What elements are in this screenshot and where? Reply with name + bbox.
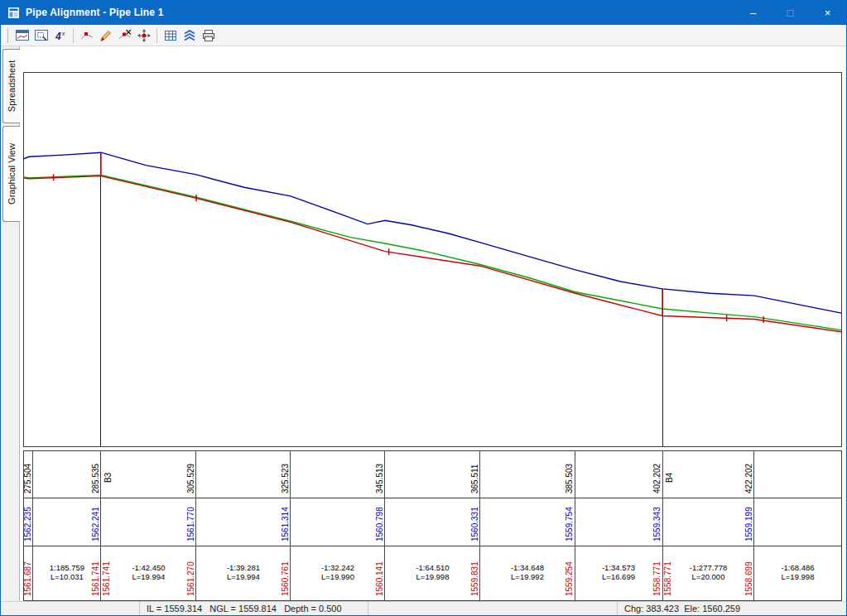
il-value-out: 1558.771 xyxy=(663,561,672,596)
minimize-button[interactable]: – xyxy=(734,0,772,25)
toolbar-separator xyxy=(73,28,74,43)
il-value: 1558.699 xyxy=(744,561,753,596)
il-value: 1561.687 xyxy=(23,561,32,596)
toolbar-separator xyxy=(156,28,157,43)
profile-chart[interactable]: 275.5041562.2351561.687285.535B31562.241… xyxy=(20,46,846,601)
il-value-in: 1558.771 xyxy=(652,561,662,596)
layers-icon xyxy=(182,28,197,43)
tab-graphical-view[interactable]: Graphical View xyxy=(2,126,20,222)
content-area: Spreadsheet Graphical View 275.5041562.2… xyxy=(1,46,846,601)
il-value-in: 1561.741 xyxy=(91,561,100,596)
app-icon xyxy=(7,6,21,19)
segment-gradient: -1:34.573 xyxy=(602,563,635,572)
manhole-label: B4 xyxy=(665,472,674,483)
segment-gradient: -1:68.486 xyxy=(781,563,814,572)
toolbar-grip[interactable] xyxy=(4,28,8,43)
zoom-window-icon xyxy=(34,28,49,43)
view-tabstrip: Spreadsheet Graphical View xyxy=(1,46,20,601)
il-value: 1559.831 xyxy=(470,561,479,596)
graphical-view-panel: 275.5041562.2351561.687285.535B31562.241… xyxy=(20,46,846,601)
svg-text:x: x xyxy=(60,29,65,36)
tab-spreadsheet-label: Spreadsheet xyxy=(7,60,17,112)
grid-icon xyxy=(163,28,178,43)
ngl-value: 1560.331 xyxy=(470,507,479,541)
move-node-icon xyxy=(137,28,152,43)
edit-node-button[interactable] xyxy=(96,26,115,45)
segment-gradient: -1:39.281 xyxy=(227,563,260,572)
edit-node-icon xyxy=(99,28,113,43)
delete-node-icon xyxy=(118,28,132,43)
il-value: 1561.270 xyxy=(186,561,195,596)
chainage-value: 285.535 xyxy=(91,463,100,493)
chainage-value: 422.202 xyxy=(744,463,753,493)
chainage-value: 365.511 xyxy=(470,464,479,493)
segment-length: L=19.992 xyxy=(511,572,544,581)
segment-gradient: -1:34.648 xyxy=(511,563,544,572)
segment-gradient: -1:64.510 xyxy=(416,563,449,572)
chainage-value: 275.504 xyxy=(23,463,32,493)
segment-length: L=20.000 xyxy=(692,572,725,581)
ngl-value: 1559.343 xyxy=(652,507,662,541)
chainage-value: 345.513 xyxy=(375,463,384,493)
segment-length: L=16.699 xyxy=(602,572,635,581)
chainage-value: 325.523 xyxy=(281,463,290,493)
segment-gradient: -1:32.242 xyxy=(321,563,354,572)
segment-length: L=10.031 xyxy=(51,572,84,581)
print-button[interactable] xyxy=(199,26,218,45)
window-title: Pipe Alignment - Pipe Line 1 xyxy=(26,7,734,18)
segment-length: L=19.994 xyxy=(227,572,260,581)
zoom-window-button[interactable] xyxy=(31,26,51,45)
formula-4x-button[interactable]: 4x xyxy=(51,26,70,45)
svg-text:4: 4 xyxy=(55,30,61,41)
maximize-button[interactable]: □ xyxy=(772,0,809,25)
ngl-value: 1561.770 xyxy=(186,507,195,541)
chainage-value: 402.202 xyxy=(652,463,662,493)
chainage-value: 385.503 xyxy=(565,463,574,493)
segment-length: L=19.994 xyxy=(132,572,166,581)
manhole-label: B3 xyxy=(103,472,113,483)
chainage-value: 305.529 xyxy=(186,463,195,493)
il-value: 1559.254 xyxy=(565,561,574,596)
segment-length: L=19.998 xyxy=(782,572,815,581)
ngl-value: 1561.314 xyxy=(281,507,290,541)
segment-length: L=19.990 xyxy=(321,572,354,581)
segment-gradient: 1:185.759 xyxy=(50,563,84,572)
close-button[interactable]: × xyxy=(809,0,846,25)
il-value: 1560.761 xyxy=(281,561,290,596)
insert-node-icon xyxy=(79,28,94,43)
segment-length: L=19.998 xyxy=(416,572,450,581)
grid-button[interactable] xyxy=(161,26,180,45)
status-panel-blank xyxy=(1,602,140,615)
segment-gradient: -1:42.450 xyxy=(132,563,165,572)
tab-graphical-view-label: Graphical View xyxy=(7,143,17,205)
ngl-value: 1559.754 xyxy=(565,507,574,541)
ngl-value: 1562.241 xyxy=(91,507,100,541)
segment-gradient: -1:277.778 xyxy=(690,563,727,572)
layers-button[interactable] xyxy=(180,26,199,45)
print-icon xyxy=(201,28,216,43)
design-profile-button[interactable] xyxy=(12,26,31,45)
status-panel-spacer xyxy=(368,602,618,615)
toolbar: 4x xyxy=(1,25,846,46)
move-node-button[interactable] xyxy=(134,26,153,45)
statusbar: IL = 1559.314 NGL = 1559.814 Depth = 0.5… xyxy=(1,601,846,615)
il-value-out: 1561.741 xyxy=(102,561,111,596)
status-cursor-position: Chg: 383.423 Ele: 1560.259 xyxy=(618,602,846,615)
ngl-value: 1559.199 xyxy=(744,507,753,541)
ngl-value: 1560.798 xyxy=(375,507,384,541)
app-window: Pipe Alignment - Pipe Line 1 – □ × 4x Sp… xyxy=(0,0,847,616)
formula-4x-icon: 4x xyxy=(53,28,68,43)
ngl-value: 1562.235 xyxy=(23,507,32,541)
delete-node-button[interactable] xyxy=(115,26,134,45)
tab-spreadsheet[interactable]: Spreadsheet xyxy=(2,49,20,123)
status-levels: IL = 1559.314 NGL = 1559.814 Depth = 0.5… xyxy=(140,602,368,615)
design-profile-icon xyxy=(15,28,30,43)
titlebar[interactable]: Pipe Alignment - Pipe Line 1 – □ × xyxy=(1,0,846,25)
insert-node-button[interactable] xyxy=(77,26,96,45)
il-value: 1560.141 xyxy=(375,561,384,596)
